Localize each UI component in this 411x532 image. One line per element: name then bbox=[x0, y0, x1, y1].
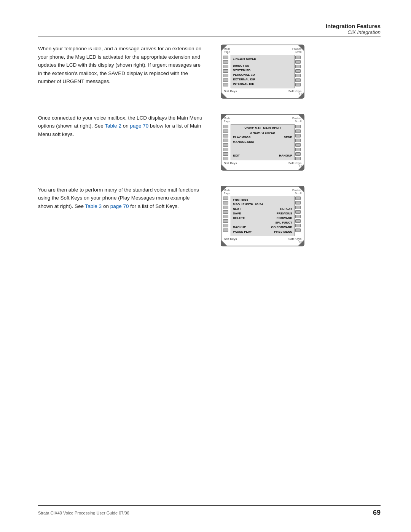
phone3-rbtn-8 bbox=[295, 228, 301, 232]
phone3-lbtn-5 bbox=[223, 215, 228, 218]
phone2-lbtn-4 bbox=[223, 139, 228, 142]
phone1-line2: DIRECT SS bbox=[233, 64, 292, 68]
phone1-rbtn-3 bbox=[295, 65, 301, 68]
phone2-line4: MANAGE MBX bbox=[233, 140, 292, 144]
corner-tr-2 bbox=[298, 114, 304, 120]
phone3-rbtn-6 bbox=[295, 219, 301, 223]
corner-tl-2 bbox=[221, 114, 227, 120]
corner-bl-2 bbox=[221, 164, 227, 170]
phone1-lbtn-6 bbox=[223, 78, 228, 82]
phone2-rbtn-1 bbox=[295, 125, 301, 128]
phone2-line5: EXITHANGUP bbox=[233, 153, 292, 158]
phone2-body: VOICE MAIL MAIN MENU 3 NEW / 2 SAVED PLA… bbox=[223, 124, 302, 160]
phone-diagram-3: Mode Page Feature Scroll bbox=[221, 186, 304, 247]
section-subtitle: CIX Integration bbox=[347, 29, 381, 35]
para2-on: on bbox=[121, 123, 130, 129]
corner-tl-3 bbox=[221, 186, 227, 192]
phone3-body: FRM: 5555 MSG LENGTH: 00:54 NEXTREPLAY S… bbox=[223, 196, 302, 236]
page-footer: Strata CIX40 Voice Processing User Guide… bbox=[38, 505, 381, 517]
phone2-bottom: Soft Keys Soft Keys bbox=[223, 161, 302, 165]
phone1-lbtn-2 bbox=[223, 60, 228, 64]
page-number: 69 bbox=[373, 509, 381, 517]
phone2-lbtn-6 bbox=[223, 148, 228, 151]
corner-tr-1 bbox=[298, 45, 304, 51]
corner-bl-1 bbox=[221, 92, 227, 98]
phone1-line5: EXTERNAL DIR bbox=[233, 77, 292, 82]
phone3-diagram-id: fk3 bbox=[223, 241, 302, 243]
phone2-rbtn-6 bbox=[295, 148, 301, 151]
phone2-top-labels: Mode Page Feature Scroll bbox=[223, 117, 302, 123]
phone3-rbtn-7 bbox=[295, 224, 301, 227]
phone3-lbtn-2 bbox=[223, 201, 228, 204]
para3-table-link[interactable]: Table 3 bbox=[85, 203, 102, 209]
phone2-diagram-id: fk2 bbox=[223, 165, 302, 168]
phone-diagram-2-wrapper: Mode Page Feature Scroll bbox=[217, 114, 308, 171]
phone3-rbtn-2 bbox=[295, 201, 301, 204]
phone1-rbtn-1 bbox=[295, 56, 301, 59]
phone2-lbtn-5 bbox=[223, 143, 228, 147]
phone3-line1: FRM: 5555 bbox=[233, 198, 292, 202]
phone3-bottom: Soft Keys Soft Keys bbox=[223, 237, 302, 241]
phone-diagram-1: Mode Page Feature Scroll bbox=[221, 45, 304, 99]
content-row-1: When your telephone is idle, and a messa… bbox=[38, 45, 381, 99]
corner-br-2 bbox=[298, 164, 304, 170]
footer-left-text: Strata CIX40 Voice Processing User Guide… bbox=[38, 511, 129, 515]
phone1-screen: 1 NEW/5 SAVED DIRECT SS SYSTEM SD PERSON… bbox=[231, 55, 295, 88]
phone2-line3: PLAY MSGSSEND bbox=[233, 135, 292, 140]
phone1-lbtn-7 bbox=[223, 83, 228, 86]
para3-part2: for a list of Soft Keys. bbox=[129, 203, 178, 209]
phone2-rbtn-7 bbox=[295, 152, 301, 156]
corner-bl-3 bbox=[221, 240, 227, 246]
phone1-bottom: Soft Keys Soft Keys bbox=[223, 89, 302, 93]
phone3-lbtn-3 bbox=[223, 206, 228, 209]
phone3-lbtn-8 bbox=[223, 228, 228, 232]
phone1-rbtn-7 bbox=[295, 83, 301, 86]
para3-page-link[interactable]: page 70 bbox=[110, 203, 129, 209]
phone2-lbtn-3 bbox=[223, 134, 228, 137]
content-row-3: You are then able to perform many of the… bbox=[38, 186, 381, 247]
phone1-line4: PERSONAL SD bbox=[233, 73, 292, 77]
phone3-rbtn-3 bbox=[295, 206, 301, 209]
corner-br-1 bbox=[298, 92, 304, 98]
phone1-diagram-id: fk1 bbox=[223, 93, 302, 96]
phone3-line6: SPL FUNCT bbox=[233, 220, 292, 225]
phone1-line6: INTERNAL DIR bbox=[233, 82, 292, 86]
phone-diagram-3-wrapper: Mode Page Feature Scroll bbox=[217, 186, 308, 247]
phone2-line2: 3 NEW / 2 SAVED bbox=[233, 131, 292, 135]
phone3-lbtn-6 bbox=[223, 219, 228, 223]
phone3-screen: FRM: 5555 MSG LENGTH: 00:54 NEXTREPLAY S… bbox=[231, 196, 295, 236]
phone1-lbtn-1 bbox=[223, 56, 228, 59]
phone1-right-buttons bbox=[295, 55, 302, 88]
phone2-line1: VOICE MAIL MAIN MENU bbox=[233, 126, 292, 131]
phone2-left-buttons bbox=[223, 124, 230, 160]
para1-text: When your telephone is idle, and a messa… bbox=[38, 46, 201, 84]
phone3-lbtn-1 bbox=[223, 197, 228, 200]
page-header: Integration Features CIX Integration bbox=[38, 23, 381, 37]
para3-on: on bbox=[102, 203, 110, 209]
section-title: Integration Features bbox=[326, 23, 381, 29]
phone2-screen: VOICE MAIL MAIN MENU 3 NEW / 2 SAVED PLA… bbox=[231, 124, 295, 160]
phone3-lbtn-7 bbox=[223, 224, 228, 227]
phone3-line2: MSG LENGTH: 00:54 bbox=[233, 202, 292, 207]
phone2-rbtn-8 bbox=[295, 157, 301, 160]
phone3-line7: BACKUPGO FORWARD bbox=[233, 225, 292, 230]
phone3-top-labels: Mode Page Feature Scroll bbox=[223, 189, 302, 195]
phone1-rbtn-5 bbox=[295, 74, 301, 77]
phone1-lbtn-5 bbox=[223, 74, 228, 77]
content-row-2: Once connected to your voice mailbox, th… bbox=[38, 114, 381, 171]
para2-table-link[interactable]: Table 2 bbox=[105, 123, 121, 129]
phone2-right-buttons bbox=[295, 124, 302, 160]
phone3-left-buttons bbox=[223, 196, 230, 236]
phone2-rbtn-4 bbox=[295, 139, 301, 142]
content-area: When your telephone is idle, and a messa… bbox=[38, 45, 381, 246]
phone3-line3: NEXTREPLAY bbox=[233, 207, 292, 211]
phone3-lbtn-4 bbox=[223, 210, 228, 214]
phone3-line8: PAUSE PLAYPREV MENU bbox=[233, 230, 292, 234]
phone3-line5: DELETEFORWARD bbox=[233, 216, 292, 220]
phone1-rbtn-6 bbox=[295, 78, 301, 82]
page-container: Integration Features CIX Integration Whe… bbox=[0, 0, 411, 532]
phone2-lbtn-2 bbox=[223, 129, 228, 133]
phone2-rbtn-5 bbox=[295, 143, 301, 147]
phone-diagram-1-wrapper: Mode Page Feature Scroll bbox=[217, 45, 308, 99]
para2-page-link[interactable]: page 70 bbox=[130, 123, 148, 129]
